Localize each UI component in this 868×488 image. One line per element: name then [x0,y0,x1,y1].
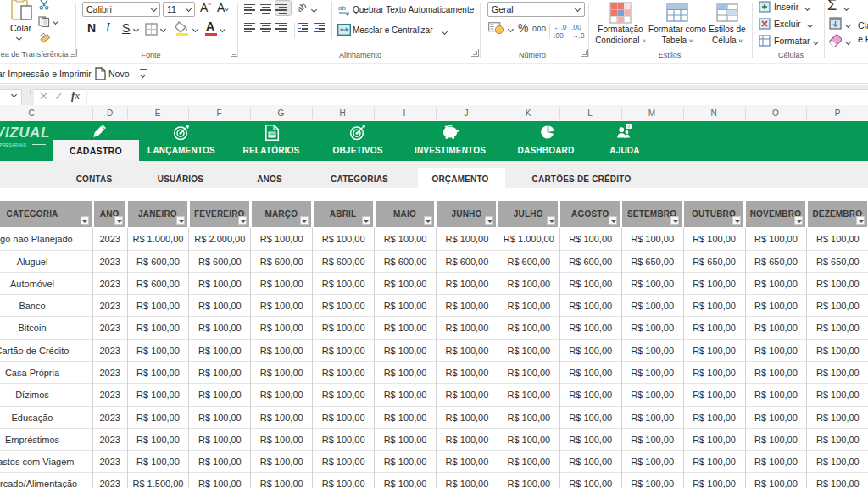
svg-text:ab: ab [338,4,346,12]
